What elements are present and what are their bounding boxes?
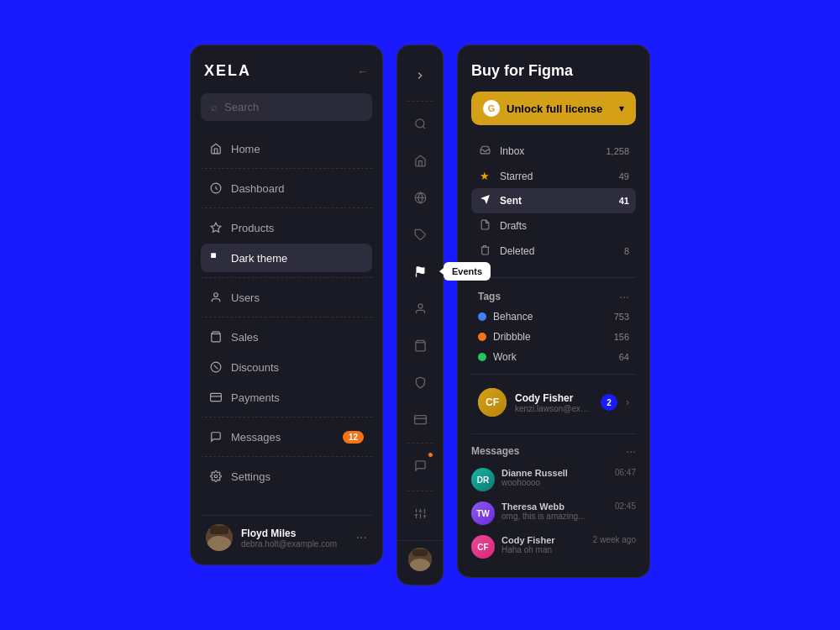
deleted-label: Deleted <box>500 245 616 257</box>
tag-dribbble[interactable]: Dribbble 156 <box>471 327 636 347</box>
user-email: debra.holt@example.com <box>241 539 348 549</box>
msg-cody[interactable]: CF Cody Fisher Haha oh man 2 week ago <box>471 530 636 564</box>
msg-dianne[interactable]: DR Dianne Russell woohoooo 06:47 <box>471 463 636 496</box>
svg-marker-1 <box>211 223 221 232</box>
svg-point-10 <box>415 118 423 127</box>
search-icon: ⌕ <box>211 101 218 113</box>
nav-divider-2 <box>201 207 372 208</box>
cody-msg-preview: Haha oh man <box>501 545 586 554</box>
sidebar-item-products[interactable]: Products <box>201 213 372 242</box>
more-options-icon[interactable]: ··· <box>356 530 367 545</box>
messages-title: Messages <box>471 445 519 457</box>
unlock-left: G Unlock full license <box>483 100 602 117</box>
icon-flag[interactable]: Events <box>403 255 437 288</box>
sent-count: 41 <box>619 196 629 206</box>
tag-behance[interactable]: Behance 753 <box>471 307 636 327</box>
icon-shield[interactable] <box>403 365 437 399</box>
msg-theresa[interactable]: TW Theresa Webb omg, this is amazing... … <box>471 496 636 530</box>
mail-item-sent[interactable]: Sent 41 <box>471 188 636 213</box>
chevron-down-icon: ▾ <box>619 102 624 114</box>
search-bar[interactable]: ⌕ Search <box>201 93 372 121</box>
svg-rect-7 <box>211 393 222 401</box>
right-divider-3 <box>471 433 636 434</box>
sidebar-item-home[interactable]: Home <box>201 134 372 163</box>
mail-item-starred[interactable]: ★ Starred 49 <box>471 164 636 188</box>
user-name: Floyd Miles <box>241 528 348 539</box>
sidebar-item-settings[interactable]: Settings <box>201 462 372 491</box>
drafts-label: Drafts <box>500 220 621 232</box>
sidebar-item-dashboard[interactable]: Dashboard <box>201 174 372 202</box>
sidebar-item-messages[interactable]: Messages 12 <box>201 423 372 451</box>
inbox-label: Inbox <box>500 145 597 157</box>
mail-section: Inbox 1,258 ★ Starred 49 Sent 41 Drafts <box>471 139 636 264</box>
settings-icon <box>209 470 223 483</box>
icon-user[interactable] <box>403 291 437 325</box>
work-count: 64 <box>619 352 629 362</box>
svg-rect-18 <box>414 415 426 423</box>
mail-item-inbox[interactable]: Inbox 1,258 <box>471 139 636 164</box>
mail-item-drafts[interactable]: Drafts <box>471 213 636 239</box>
sidebar-footer: Floyd Miles debra.holt@example.com ··· <box>201 515 372 551</box>
sidebar-item-dark-theme-label: Dark theme <box>231 252 287 265</box>
icon-bag[interactable] <box>403 328 437 362</box>
sidebar-item-payments[interactable]: Payments <box>201 383 372 412</box>
discounts-icon <box>209 360 223 374</box>
icon-divider-top <box>407 101 433 102</box>
cody-msg-time: 2 week ago <box>593 535 636 544</box>
cody-name: Cody Fisher <box>515 392 592 404</box>
work-dot <box>478 353 486 361</box>
sidebar-item-sales-label: Sales <box>231 331 259 344</box>
logo: XELA <box>204 62 251 80</box>
deleted-icon <box>478 244 491 258</box>
sidebar-item-users[interactable]: Users <box>201 283 372 312</box>
nav-divider-4 <box>201 317 372 318</box>
app-container: XELA ← ⌕ Search Home Dashboard <box>173 11 667 619</box>
inbox-icon <box>478 144 491 158</box>
nav-divider-6 <box>201 456 372 457</box>
svg-rect-2 <box>211 253 216 258</box>
sidebar-header: XELA ← <box>201 62 372 80</box>
right-panel: Buy for Figma G Unlock full license ▾ In… <box>457 45 650 578</box>
icon-tag[interactable] <box>403 218 437 251</box>
cody-msg-info: Cody Fisher Haha oh man <box>501 535 586 554</box>
dark-theme-icon <box>209 251 223 265</box>
sidebar-item-sales[interactable]: Sales <box>201 323 372 351</box>
unlock-label: Unlock full license <box>507 102 602 115</box>
icon-card[interactable] <box>403 402 437 436</box>
sidebar-item-payments-label: Payments <box>231 391 280 404</box>
full-sidebar: XELA ← ⌕ Search Home Dashboard <box>190 45 383 565</box>
tag-work[interactable]: Work 64 <box>471 347 636 367</box>
sidebar-item-dashboard-label: Dashboard <box>231 182 285 195</box>
svg-marker-30 <box>480 195 490 204</box>
messages-badge: 12 <box>343 431 364 444</box>
dianne-info: Dianne Russell woohoooo <box>501 468 608 487</box>
icon-home[interactable] <box>403 144 437 177</box>
expand-icon-btn[interactable] <box>403 59 437 92</box>
messages-more-icon[interactable]: ··· <box>626 444 636 458</box>
theresa-name: Theresa Webb <box>501 501 608 512</box>
icon-divider-bottom <box>407 491 433 491</box>
icon-globe[interactable] <box>403 181 437 214</box>
dribbble-label: Dribbble <box>493 331 607 343</box>
collapse-icon[interactable]: ← <box>357 65 369 78</box>
mail-item-deleted[interactable]: Deleted 8 <box>471 239 636 264</box>
icon-search[interactable] <box>403 107 437 140</box>
nav-section: Home Dashboard Products Dark <box>201 134 372 508</box>
icon-message-notification[interactable] <box>403 449 437 482</box>
icon-sliders[interactable] <box>403 496 437 530</box>
dianne-time: 06:47 <box>615 468 636 477</box>
drafts-icon <box>478 219 491 233</box>
sidebar-item-messages-label: Messages <box>231 431 281 444</box>
theresa-avatar: TW <box>471 501 495 525</box>
dianne-preview: woohoooo <box>501 478 608 487</box>
conversation-cody[interactable]: CF Cody Fisher kenzi.lawson@exampl... 2 … <box>471 381 636 423</box>
tags-title: Tags <box>478 291 501 302</box>
theresa-preview: omg, this is amazing... <box>501 512 608 521</box>
right-divider-1 <box>471 277 636 278</box>
sidebar-item-dark-theme[interactable]: Dark theme <box>201 244 372 272</box>
starred-count: 49 <box>619 171 629 181</box>
tags-more-icon[interactable]: ··· <box>619 290 629 303</box>
search-placeholder: Search <box>224 101 259 113</box>
sidebar-item-discounts[interactable]: Discounts <box>201 353 372 381</box>
unlock-license-button[interactable]: G Unlock full license ▾ <box>471 92 636 125</box>
